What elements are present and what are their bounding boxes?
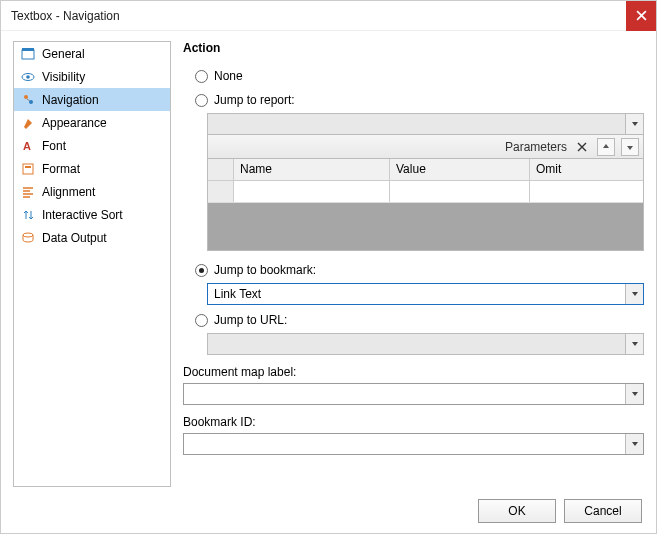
cell-name[interactable] <box>234 181 390 202</box>
close-button[interactable] <box>626 1 656 31</box>
dropdown-button[interactable] <box>625 114 643 134</box>
jump-url-input[interactable] <box>208 334 625 354</box>
cell-omit[interactable] <box>530 181 643 202</box>
delete-icon <box>576 141 588 153</box>
cell-value[interactable] <box>390 181 530 202</box>
grid-row[interactable] <box>208 181 643 203</box>
jump-url-combo[interactable] <box>207 333 644 355</box>
font-icon: A <box>20 138 36 154</box>
dropdown-button[interactable] <box>625 434 643 454</box>
general-icon <box>20 46 36 62</box>
data-output-icon <box>20 230 36 246</box>
sidebar: General Visibility Navigation Appearance… <box>13 41 171 487</box>
sidebar-label: Alignment <box>42 185 95 199</box>
sidebar-label: Navigation <box>42 93 99 107</box>
sidebar-item-alignment[interactable]: Alignment <box>14 180 170 203</box>
sidebar-label: Visibility <box>42 70 85 84</box>
dropdown-button[interactable] <box>625 334 643 354</box>
sidebar-item-data-output[interactable]: Data Output <box>14 226 170 249</box>
radio-jump-url[interactable] <box>195 314 208 327</box>
jump-bookmark-combo[interactable] <box>207 283 644 305</box>
sidebar-label: General <box>42 47 85 61</box>
bookmark-id-combo[interactable] <box>183 433 644 455</box>
jump-report-combo[interactable] <box>207 113 644 135</box>
radio-none[interactable] <box>195 70 208 83</box>
sidebar-item-visibility[interactable]: Visibility <box>14 65 170 88</box>
svg-rect-8 <box>25 166 31 168</box>
svg-text:A: A <box>23 140 31 152</box>
dropdown-button[interactable] <box>625 384 643 404</box>
radio-jump-report-label: Jump to report: <box>214 93 295 107</box>
parameters-toolbar: Parameters <box>207 135 644 159</box>
svg-rect-1 <box>22 48 34 51</box>
bookmark-id-label: Bookmark ID: <box>183 415 644 429</box>
row-selector-header <box>208 159 234 180</box>
arrow-down-icon <box>625 142 635 152</box>
svg-point-9 <box>23 233 33 237</box>
sidebar-item-interactive-sort[interactable]: Interactive Sort <box>14 203 170 226</box>
parameters-grid[interactable]: Name Value Omit <box>207 159 644 251</box>
svg-point-4 <box>24 95 28 99</box>
col-name[interactable]: Name <box>234 159 390 180</box>
col-omit[interactable]: Omit <box>530 159 643 180</box>
doc-map-input[interactable] <box>184 384 625 404</box>
sidebar-label: Data Output <box>42 231 107 245</box>
radio-jump-url-label: Jump to URL: <box>214 313 287 327</box>
row-selector[interactable] <box>208 181 234 202</box>
svg-point-3 <box>26 75 30 79</box>
sidebar-label: Appearance <box>42 116 107 130</box>
sidebar-label: Format <box>42 162 80 176</box>
navigation-icon <box>20 92 36 108</box>
bookmark-id-input[interactable] <box>184 434 625 454</box>
window-title: Textbox - Navigation <box>11 9 626 23</box>
alignment-icon <box>20 184 36 200</box>
dialog-footer: OK Cancel <box>478 499 642 523</box>
jump-report-input[interactable] <box>208 114 625 134</box>
radio-jump-report[interactable] <box>195 94 208 107</box>
doc-map-label: Document map label: <box>183 365 644 379</box>
sidebar-item-general[interactable]: General <box>14 42 170 65</box>
appearance-icon <box>20 115 36 131</box>
col-value[interactable]: Value <box>390 159 530 180</box>
titlebar: Textbox - Navigation <box>1 1 656 31</box>
chevron-down-icon <box>631 390 639 398</box>
sidebar-item-appearance[interactable]: Appearance <box>14 111 170 134</box>
chevron-down-icon <box>631 290 639 298</box>
sidebar-label: Interactive Sort <box>42 208 123 222</box>
format-icon <box>20 161 36 177</box>
grid-header: Name Value Omit <box>208 159 643 181</box>
chevron-down-icon <box>631 340 639 348</box>
move-down-button[interactable] <box>621 138 639 156</box>
dropdown-button[interactable] <box>625 284 643 304</box>
move-up-button[interactable] <box>597 138 615 156</box>
sidebar-item-format[interactable]: Format <box>14 157 170 180</box>
radio-jump-bookmark[interactable] <box>195 264 208 277</box>
visibility-icon <box>20 69 36 85</box>
sidebar-item-navigation[interactable]: Navigation <box>14 88 170 111</box>
interactive-sort-icon <box>20 207 36 223</box>
jump-bookmark-input[interactable] <box>208 284 625 304</box>
section-title: Action <box>183 41 644 55</box>
radio-jump-bookmark-label: Jump to bookmark: <box>214 263 316 277</box>
delete-parameter-button[interactable] <box>573 138 591 156</box>
sidebar-label: Font <box>42 139 66 153</box>
doc-map-combo[interactable] <box>183 383 644 405</box>
chevron-down-icon <box>631 440 639 448</box>
ok-button[interactable]: OK <box>478 499 556 523</box>
parameters-label: Parameters <box>505 140 567 154</box>
radio-none-label: None <box>214 69 243 83</box>
sidebar-item-font[interactable]: A Font <box>14 134 170 157</box>
chevron-down-icon <box>631 120 639 128</box>
main-panel: Action None Jump to report: Parameters <box>183 41 644 487</box>
svg-rect-7 <box>23 164 33 174</box>
svg-rect-0 <box>22 50 34 59</box>
arrow-up-icon <box>601 142 611 152</box>
cancel-button[interactable]: Cancel <box>564 499 642 523</box>
close-icon <box>636 10 647 21</box>
